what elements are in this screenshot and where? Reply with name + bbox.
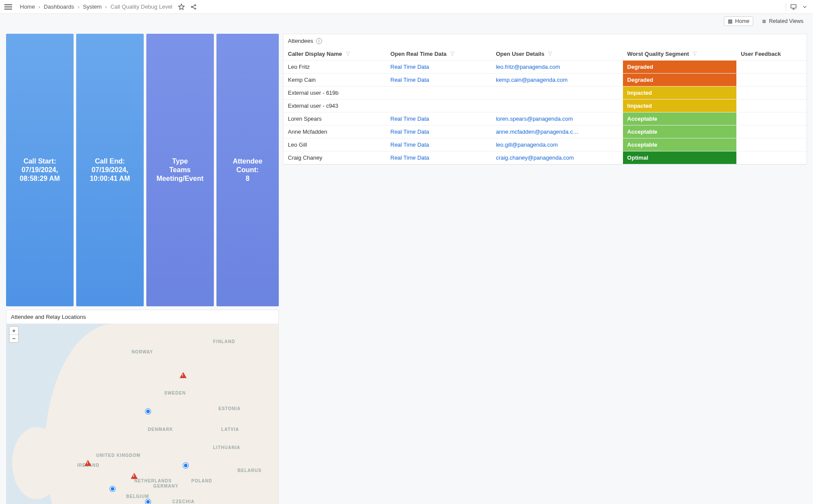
- cell-email[interactable]: kemp.cain@panagenda.com: [491, 74, 623, 87]
- attendee-pin[interactable]: [145, 499, 151, 504]
- cell-email[interactable]: craig.chaney@panagenda.com: [491, 151, 623, 164]
- map[interactable]: NORWAY SWEDEN FINLAND ESTONIA LATVIA LIT…: [6, 324, 278, 504]
- filter-icon[interactable]: [345, 51, 351, 57]
- cell-feedback: [736, 151, 807, 164]
- map-zoom: + −: [9, 326, 19, 343]
- card-attendee-label: Attendee: [223, 157, 273, 165]
- card-call-end: Call End: 07/19/2024, 10:00:41 AM: [76, 34, 144, 306]
- attendee-pin[interactable]: [183, 463, 188, 468]
- card-call-end-label: Call End:: [82, 157, 138, 165]
- map-panel-title: Attendee and Relay Locations: [6, 310, 278, 324]
- cell-realtime[interactable]: Real Time Data: [386, 138, 492, 151]
- relay-pin[interactable]: [84, 460, 91, 466]
- svg-marker-0: [179, 4, 184, 10]
- cell-realtime[interactable]: Real Time Data: [386, 125, 492, 138]
- cell-quality: Impacted: [623, 100, 736, 112]
- col-header[interactable]: Open User Details: [491, 48, 623, 61]
- cell-realtime[interactable]: Real Time Data: [386, 74, 492, 87]
- hamburger-icon[interactable]: [4, 2, 15, 12]
- star-icon[interactable]: [177, 3, 185, 11]
- attendee-pin[interactable]: [110, 486, 115, 491]
- attendees-title-row: Attendees i: [284, 34, 807, 48]
- label-pl: POLAND: [191, 478, 212, 483]
- cell-email[interactable]: anne.mcfadden@panagenda.c…: [491, 125, 623, 138]
- views-row: ▦ Home ≣ Related Views: [0, 14, 813, 29]
- view-related[interactable]: ≣ Related Views: [758, 16, 807, 26]
- col-header[interactable]: Caller Display Name: [284, 48, 386, 61]
- cell-realtime[interactable]: Real Time Data: [386, 151, 492, 164]
- crumb-dashboards[interactable]: Dashboards: [44, 3, 74, 10]
- cell-quality: Optimal: [623, 151, 736, 164]
- svg-line-5: [193, 7, 195, 8]
- crumb-home[interactable]: Home: [20, 3, 35, 10]
- card-call-start-v2: 08:58:29 AM: [12, 175, 68, 183]
- label-estonia: ESTONIA: [219, 406, 241, 411]
- zoom-in-button[interactable]: +: [10, 327, 18, 334]
- cell-name: Craig Chaney: [284, 151, 386, 164]
- card-call-start-label: Call Start:: [12, 157, 68, 165]
- label-latvia: LATVIA: [221, 427, 239, 432]
- table-row: External user - c943Impacted: [284, 100, 807, 112]
- card-attendee-count: Attendee Count: 8: [216, 34, 279, 306]
- cell-name: Leo Gill: [284, 138, 386, 151]
- table-row: Loren SpearsReal Time Dataloren.spears@p…: [284, 112, 807, 125]
- relay-pin[interactable]: [180, 372, 187, 378]
- cell-realtime: [386, 87, 492, 100]
- card-type-v1: Teams: [152, 166, 208, 174]
- svg-line-4: [193, 5, 195, 6]
- view-home[interactable]: ▦ Home: [724, 16, 753, 26]
- svg-marker-11: [548, 52, 552, 56]
- cell-email[interactable]: leo.gill@panagenda.com: [491, 138, 623, 151]
- attendees-table: Caller Display Name Open Real Time Data …: [284, 48, 807, 164]
- cell-name: Anne Mcfadden: [284, 125, 386, 138]
- col-header[interactable]: User Feedback: [736, 48, 807, 61]
- label-lithuania: LITHUANIA: [213, 445, 240, 450]
- card-type: Type Teams Meeting/Event: [146, 34, 214, 306]
- cell-realtime[interactable]: Real Time Data: [386, 112, 492, 125]
- cell-feedback: [736, 100, 807, 112]
- attendee-pin[interactable]: [145, 409, 151, 414]
- cell-quality: Acceptable: [623, 125, 736, 138]
- cell-name: Kemp Cain: [284, 74, 386, 87]
- cell-realtime[interactable]: Real Time Data: [386, 61, 492, 74]
- zoom-out-button[interactable]: −: [10, 334, 18, 342]
- card-call-end-v2: 10:00:41 AM: [82, 175, 138, 183]
- attendees-title: Attendees: [288, 38, 313, 44]
- filter-icon[interactable]: [450, 51, 455, 57]
- cell-realtime: [386, 100, 492, 112]
- svg-marker-9: [346, 52, 350, 56]
- share-icon[interactable]: [190, 3, 197, 11]
- crumb-system[interactable]: System: [83, 3, 101, 10]
- cell-email[interactable]: leo.fritz@panagenda.com: [491, 61, 623, 74]
- card-call-start-v1: 07/19/2024,: [12, 166, 68, 174]
- label-de: GERMANY: [153, 484, 178, 488]
- info-icon[interactable]: i: [316, 38, 322, 44]
- svg-marker-10: [451, 52, 455, 56]
- col-header[interactable]: Open Real Time Data: [386, 48, 492, 61]
- card-call-end-v1: 07/19/2024,: [82, 166, 138, 174]
- label-norway: NORWAY: [132, 350, 153, 354]
- cell-name: External user - c943: [284, 100, 386, 112]
- cell-quality: Degraded: [623, 61, 736, 74]
- cell-feedback: [736, 112, 807, 125]
- list-icon: ≣: [762, 18, 766, 24]
- topbar: Home› Dashboards› System› Call Quality D…: [0, 0, 813, 14]
- label-uk: UNITED KINGDOM: [96, 453, 140, 458]
- cell-feedback: [736, 125, 807, 138]
- grid-icon: ▦: [728, 18, 732, 24]
- relay-pin[interactable]: [131, 473, 138, 479]
- chevron-down-icon[interactable]: [801, 3, 809, 11]
- attendees-panel: Attendees i Caller Display Name Open Rea…: [283, 34, 807, 165]
- view-related-label: Related Views: [769, 18, 803, 24]
- monitor-icon[interactable]: [790, 3, 797, 11]
- crumb-current: Call Quality Debug Level: [110, 3, 172, 10]
- cell-name: External user - 619b: [284, 87, 386, 100]
- card-attendee-v1: Count:: [223, 166, 273, 174]
- col-header[interactable]: Worst Quality Segment: [623, 48, 736, 61]
- cell-email: [491, 87, 623, 100]
- filter-icon[interactable]: [548, 51, 553, 57]
- filter-icon[interactable]: [692, 51, 697, 57]
- cell-email[interactable]: loren.spears@panagenda.com: [491, 112, 623, 125]
- cell-feedback: [736, 74, 807, 87]
- table-row: Leo GillReal Time Dataleo.gill@panagenda…: [284, 138, 807, 151]
